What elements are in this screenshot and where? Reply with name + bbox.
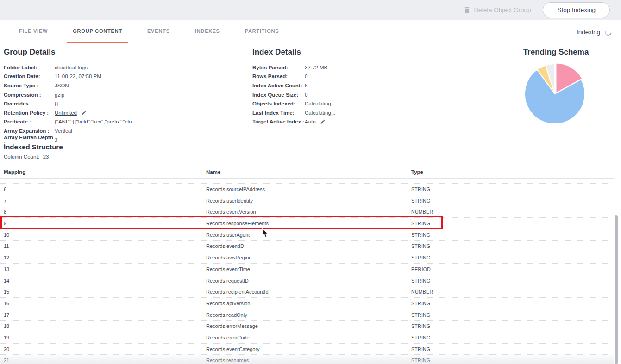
field-value: 0 (305, 92, 307, 98)
table-header-name: Name (206, 169, 220, 175)
detail-field-row: Last Index Time:Calculating... (252, 108, 335, 117)
row-mapping: 14 (4, 278, 9, 284)
table-row[interactable]: 9Records.responseElementsSTRING (0, 217, 614, 229)
edit-pencil-icon[interactable] (81, 110, 87, 116)
trash-icon (464, 6, 470, 13)
table-row[interactable]: 10Records.userAgentSTRING (0, 229, 614, 241)
row-name: Records.responseElements (206, 221, 269, 226)
table-row[interactable]: 14Records.requestIDSTRING (0, 275, 614, 286)
field-value: 0 (305, 74, 307, 79)
detail-field-row: Folder Label:cloudtrail-logs (4, 63, 137, 72)
vertical-scrollbar-thumb[interactable] (615, 215, 618, 364)
field-value-link[interactable]: Unlimited (55, 110, 77, 116)
row-mapping: 20 (4, 346, 9, 352)
row-name: Records.requestID (206, 278, 249, 284)
row-mapping: 7 (4, 198, 6, 204)
detail-field-row: Overrides :{} (4, 99, 137, 108)
table-scroll-spacer (0, 179, 614, 183)
table-header-mapping: Mapping (4, 169, 25, 175)
field-value: Calculating... (305, 101, 335, 106)
tab-indexes[interactable]: INDEXES (189, 20, 226, 43)
field-value-link[interactable]: {"AND":[{"field":"key","prefix":"clo… (55, 119, 137, 124)
tab-events[interactable]: EVENTS (142, 20, 176, 43)
column-count-label: Column Count: (4, 154, 39, 160)
field-value-link[interactable]: {} (55, 101, 58, 106)
row-mapping: 21 (4, 358, 9, 363)
trending-schema-section: Trending Schema (491, 48, 621, 57)
row-type: PERIOD (411, 266, 431, 272)
table-row[interactable]: 13Records.eventTimePERIOD (0, 263, 614, 275)
tab-group-content[interactable]: GROUP CONTENT (67, 20, 128, 43)
row-mapping: 13 (4, 266, 9, 272)
field-value: 37.72 MB (305, 65, 327, 70)
row-mapping: 17 (4, 312, 9, 318)
table-row[interactable]: 12Records.awsRegionSTRING (0, 252, 614, 263)
row-type: STRING (411, 198, 430, 204)
indexing-spinner-icon (604, 27, 613, 36)
table-header-row: MappingNameType (0, 167, 614, 179)
field-value: Calculating... (305, 110, 335, 116)
row-mapping: 16 (4, 301, 9, 306)
table-row[interactable]: 18Records.errorMessageSTRING (0, 320, 614, 332)
row-name: Records.eventTime (206, 266, 250, 272)
tab-partitions[interactable]: PARTITIONS (239, 20, 285, 43)
field-label: Predicate : (4, 119, 55, 124)
detail-field-row: Compression :gzip (4, 90, 137, 99)
tab-list: FILE VIEWGROUP CONTENTEVENTSINDEXESPARTI… (6, 20, 291, 43)
field-value-link[interactable]: Auto (305, 119, 316, 124)
row-mapping: 18 (4, 323, 9, 329)
stop-indexing-button[interactable]: Stop Indexing (543, 2, 610, 18)
indexing-status: Indexing (577, 20, 612, 43)
index-details-section: Index Details Bytes Parsed:37.72 MBRows … (252, 48, 335, 126)
detail-field-row: Rows Parsed:0 (252, 72, 335, 81)
field-label: Last Index Time: (252, 110, 305, 116)
row-type: STRING (411, 221, 430, 226)
row-name: Records.userIdentity (206, 198, 253, 204)
row-mapping: 9 (4, 221, 6, 226)
detail-field-row: Source Type :JSON (4, 81, 137, 90)
trending-schema-title: Trending Schema (491, 48, 621, 57)
detail-field-row: Creation Date:11-08-22, 07:58 PM (4, 72, 137, 81)
table-row[interactable]: 7Records.userIdentitySTRING (0, 195, 614, 206)
row-name: Records.errorMessage (206, 323, 258, 329)
detail-field-row: Predicate :{"AND":[{"field":"key","prefi… (4, 117, 137, 127)
row-mapping: 11 (4, 243, 9, 249)
detail-field-row: Retention Policy :Unlimited (4, 108, 137, 117)
top-action-bar: Delete Object Group Stop Indexing (0, 0, 621, 20)
row-name: Records.recipientAccountId (206, 289, 269, 295)
row-mapping: 19 (4, 335, 9, 340)
row-mapping: 12 (4, 255, 9, 260)
row-name: Records.eventID (206, 243, 244, 249)
table-row[interactable]: 11Records.eventIDSTRING (0, 240, 614, 252)
row-type: STRING (411, 335, 430, 340)
field-label: Folder Label: (4, 65, 55, 70)
row-type: STRING (411, 301, 430, 306)
tab-file-view[interactable]: FILE VIEW (13, 20, 53, 43)
detail-field-row: Index Active Count:6 (252, 81, 335, 90)
detail-field-row: Index Queue Size:0 (252, 90, 335, 99)
row-mapping: 15 (4, 289, 9, 295)
field-label: Objects Indexed: (252, 101, 305, 106)
detail-field-row: Objects Indexed:Calculating... (252, 99, 335, 108)
table-row[interactable]: 6Records.sourceIPAddressSTRING (0, 183, 614, 195)
edit-pencil-icon[interactable] (320, 119, 326, 124)
field-label: Creation Date: (4, 74, 55, 79)
row-mapping: 10 (4, 232, 9, 238)
delete-object-group-button[interactable]: Delete Object Group (464, 6, 531, 13)
detail-field-row: Target Active Index :Auto (252, 117, 335, 127)
row-type: STRING (411, 186, 430, 192)
table-row[interactable]: 15Records.recipientAccountIdNUMBER (0, 286, 614, 297)
row-type: STRING (411, 255, 430, 260)
table-row[interactable]: 8Records.eventVersionNUMBER (0, 206, 614, 217)
row-name: Records.resources (206, 358, 249, 363)
mapping-table: 6Records.sourceIPAddressSTRING7Records.u… (0, 179, 614, 364)
table-row[interactable]: 17Records.readOnlySTRING (0, 309, 614, 321)
table-row[interactable]: 21Records.resourcesSTRING (0, 354, 614, 364)
field-value: Vertical (55, 128, 72, 134)
table-row[interactable]: 20Records.eventCategorySTRING (0, 343, 614, 355)
table-row[interactable]: 19Records.errorCodeSTRING (0, 332, 614, 343)
row-type: STRING (411, 232, 430, 238)
row-type: NUMBER (411, 289, 433, 295)
field-label: Array Expansion : (4, 128, 55, 134)
table-row[interactable]: 16Records.apiVersionSTRING (0, 297, 614, 309)
